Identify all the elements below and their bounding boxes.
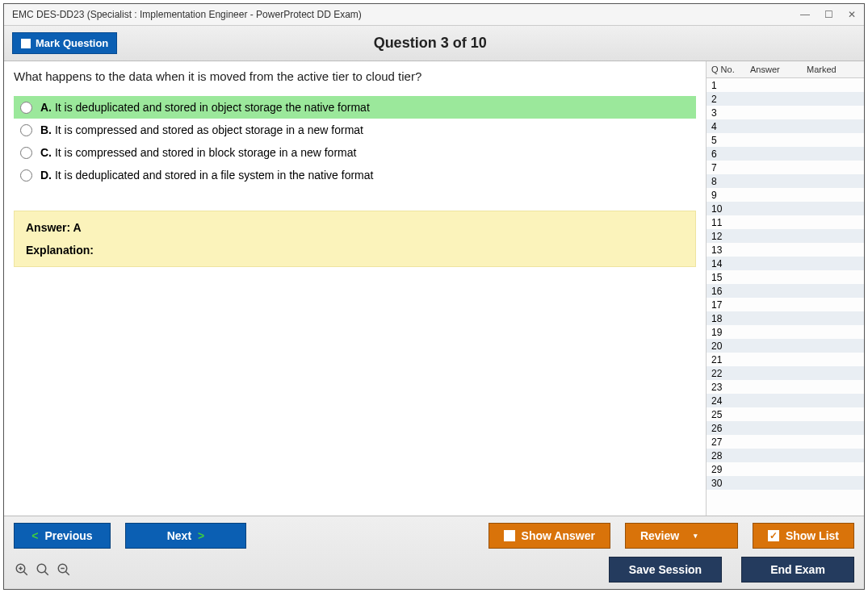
question-list-row[interactable]: 23	[707, 380, 864, 394]
chevron-right-icon: >	[198, 529, 204, 542]
row-qno: 9	[707, 190, 745, 201]
footer-row-buttons: < Previous Next > Show Answer Review ▾ ✓…	[14, 523, 854, 549]
review-label: Review	[640, 529, 679, 542]
question-list-row[interactable]: 29	[707, 462, 864, 476]
row-qno: 17	[707, 299, 745, 311]
row-qno: 18	[707, 313, 745, 324]
question-list-row[interactable]: 30	[707, 476, 864, 490]
next-label: Next	[167, 529, 191, 542]
question-list-row[interactable]: 8	[707, 174, 864, 188]
option-radio[interactable]	[20, 169, 32, 182]
question-list-row[interactable]: 19	[707, 325, 864, 339]
row-qno: 8	[707, 176, 745, 187]
question-list-row[interactable]: 10	[707, 202, 864, 215]
col-qno: Q No.	[707, 61, 745, 77]
row-qno: 6	[707, 148, 745, 160]
maximize-icon[interactable]: ☐	[824, 9, 833, 20]
chevron-left-icon: <	[31, 529, 38, 542]
svg-line-7	[65, 571, 69, 575]
question-list-body[interactable]: 1234567891011121314151617181920212223242…	[707, 78, 864, 516]
option-label: D. It is deduplicated and stored in a fi…	[40, 169, 373, 182]
mark-question-button[interactable]: Mark Question	[12, 32, 117, 54]
mark-checkbox-icon	[21, 39, 31, 48]
previous-button[interactable]: < Previous	[14, 523, 111, 549]
row-qno: 12	[707, 231, 745, 242]
row-qno: 27	[707, 436, 745, 448]
row-qno: 26	[707, 423, 745, 434]
end-exam-label: End Exam	[770, 563, 825, 576]
question-list-row[interactable]: 20	[707, 339, 864, 353]
save-session-label: Save Session	[629, 563, 702, 576]
minimize-icon[interactable]: —	[800, 9, 810, 20]
titlebar: EMC DES-DD23 (Specialist : Implementatio…	[4, 4, 864, 26]
option-label: A. It is deduplicated and stored in obje…	[40, 101, 370, 114]
row-qno: 2	[707, 94, 745, 105]
question-list-row[interactable]: 28	[707, 449, 864, 462]
row-qno: 10	[707, 203, 745, 215]
close-icon[interactable]: ✕	[848, 9, 856, 20]
col-marked: Marked	[802, 61, 864, 77]
row-qno: 3	[707, 107, 745, 119]
question-list-row[interactable]: 24	[707, 394, 864, 407]
review-button[interactable]: Review ▾	[625, 523, 738, 549]
question-list-row[interactable]: 3	[707, 106, 864, 119]
question-list-row[interactable]: 1	[707, 78, 864, 92]
question-list-row[interactable]: 27	[707, 435, 864, 449]
row-qno: 20	[707, 340, 745, 352]
window-title: EMC DES-DD23 (Specialist : Implementatio…	[12, 9, 362, 20]
show-list-button[interactable]: ✓ Show List	[753, 523, 854, 549]
question-list-row[interactable]: 7	[707, 161, 864, 174]
question-list-row[interactable]: 17	[707, 298, 864, 311]
show-list-label: Show List	[786, 529, 839, 542]
show-answer-label: Show Answer	[522, 529, 595, 542]
show-answer-button[interactable]: Show Answer	[489, 523, 610, 549]
row-qno: 19	[707, 327, 745, 338]
previous-label: Previous	[45, 529, 93, 542]
question-list-row[interactable]: 18	[707, 311, 864, 325]
row-qno: 23	[707, 382, 745, 393]
footer: < Previous Next > Show Answer Review ▾ ✓…	[4, 516, 864, 589]
row-qno: 5	[707, 135, 745, 146]
zoom-out-icon[interactable]	[56, 562, 72, 578]
end-exam-button[interactable]: End Exam	[741, 557, 854, 583]
row-qno: 30	[707, 478, 745, 489]
question-list-row[interactable]: 9	[707, 188, 864, 202]
question-list-row[interactable]: 2	[707, 92, 864, 106]
question-list-row[interactable]: 16	[707, 284, 864, 298]
question-list-row[interactable]: 13	[707, 243, 864, 257]
option-radio[interactable]	[20, 124, 32, 136]
row-qno: 13	[707, 244, 745, 256]
question-list-row[interactable]: 15	[707, 270, 864, 284]
question-list-row[interactable]: 26	[707, 421, 864, 435]
question-list-panel: Q No. Answer Marked 12345678910111213141…	[706, 61, 864, 516]
question-list-row[interactable]: 4	[707, 119, 864, 133]
question-list-row[interactable]: 11	[707, 215, 864, 229]
save-session-button[interactable]: Save Session	[609, 557, 722, 583]
question-header: Mark Question Question 3 of 10	[4, 26, 864, 61]
col-answer: Answer	[745, 61, 802, 77]
svg-point-4	[37, 564, 46, 573]
option-d[interactable]: D. It is deduplicated and stored in a fi…	[14, 164, 696, 186]
zoom-in-icon[interactable]	[35, 562, 51, 578]
option-b[interactable]: B. It is compressed and stored as object…	[14, 119, 696, 141]
explanation-label: Explanation:	[26, 244, 684, 257]
question-list-row[interactable]: 25	[707, 407, 864, 421]
row-qno: 24	[707, 395, 745, 407]
show-answer-checkbox-icon	[504, 530, 515, 541]
question-list-row[interactable]: 5	[707, 133, 864, 147]
question-list-row[interactable]: 12	[707, 229, 864, 243]
question-list-row[interactable]: 22	[707, 366, 864, 380]
question-list-row[interactable]: 21	[707, 353, 864, 366]
answer-box: Answer: A Explanation:	[14, 211, 696, 267]
option-a[interactable]: A. It is deduplicated and stored in obje…	[14, 96, 696, 119]
answer-line: Answer: A	[26, 221, 684, 234]
option-radio[interactable]	[20, 102, 32, 114]
next-button[interactable]: Next >	[125, 523, 246, 549]
option-radio[interactable]	[20, 147, 32, 159]
zoom-reset-icon[interactable]	[14, 562, 30, 578]
question-counter: Question 3 of 10	[117, 35, 743, 52]
question-list-row[interactable]: 6	[707, 147, 864, 161]
row-qno: 21	[707, 354, 745, 365]
option-c[interactable]: C. It is compressed and stored in block …	[14, 141, 696, 164]
question-list-row[interactable]: 14	[707, 257, 864, 270]
